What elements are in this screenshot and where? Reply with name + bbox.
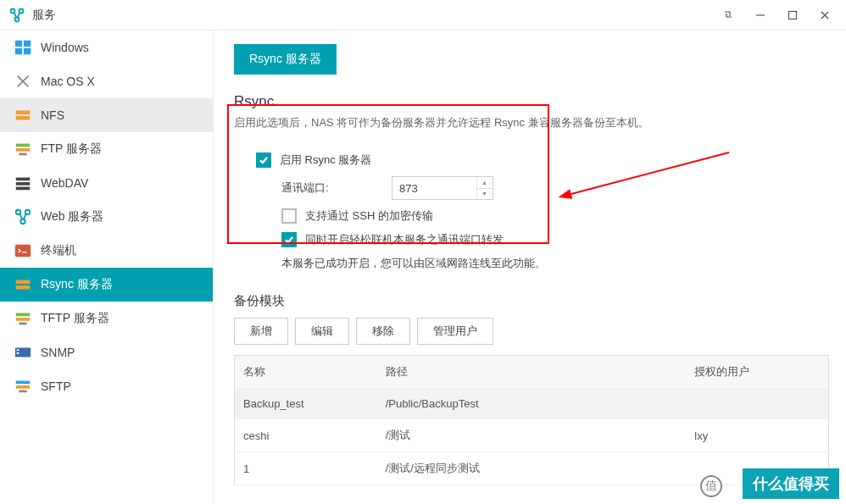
svg-rect-10 <box>24 48 31 54</box>
svg-rect-27 <box>16 313 31 317</box>
tftp-icon <box>14 309 32 328</box>
svg-rect-29 <box>19 323 26 325</box>
sidebar-item-terminal[interactable]: 终端机 <box>0 234 213 268</box>
sidebar-item-macos[interactable]: Mac OS X <box>0 64 213 98</box>
svg-rect-16 <box>16 148 31 152</box>
port-spinner-up[interactable]: ▲ <box>477 178 492 189</box>
svg-rect-32 <box>17 352 19 354</box>
sidebar-item-label: TFTP 服务器 <box>41 311 109 326</box>
col-name: 名称 <box>235 356 377 389</box>
ssh-checkbox[interactable] <box>281 208 297 224</box>
sidebar-item-label: Windows <box>41 41 89 54</box>
portfwd-label: 同时开启轻松联机本服务之通讯端口转发 <box>305 232 504 247</box>
portfwd-checkbox[interactable] <box>281 232 297 247</box>
sidebar-item-sftp[interactable]: SFTP <box>0 369 213 403</box>
svg-rect-34 <box>16 385 31 389</box>
svg-rect-17 <box>19 153 26 156</box>
sidebar-item-label: SFTP <box>41 379 71 393</box>
port-spinner: ▲ ▼ <box>476 178 492 198</box>
checkbox-row-portfwd: 同时开启轻松联机本服务之通讯端口转发 <box>244 232 829 247</box>
main-content: Rsync 服务器 Rsync 启用此选项后，NAS 将可作为备份服务器并允许远… <box>214 30 846 504</box>
checkbox-row-ssh: 支持通过 SSH 的加密传输 <box>244 208 829 224</box>
backup-module-table: 名称 路径 授权的用户 Backup_test /Public/BackupTe… <box>234 355 829 485</box>
titlebar: 服务 <box>0 0 846 30</box>
sidebar-item-label: Rsync 服务器 <box>41 277 113 292</box>
watermark-circle: 值 <box>700 475 722 497</box>
svg-rect-28 <box>16 318 31 321</box>
sidebar-item-webdav[interactable]: WebDAV <box>0 166 213 200</box>
ssh-label: 支持通过 SSH 的加密传输 <box>305 208 433 224</box>
sidebar-item-rsync[interactable]: Rsync 服务器 <box>0 268 213 302</box>
svg-rect-4 <box>789 11 797 19</box>
snmp-icon <box>14 343 32 362</box>
page-tab-rsync[interactable]: Rsync 服务器 <box>234 44 337 75</box>
ftp-icon <box>14 140 32 158</box>
minimize-button[interactable] <box>746 3 775 27</box>
port-spinner-down[interactable]: ▼ <box>477 189 492 199</box>
cell-path: /测试/远程同步测试 <box>377 452 687 485</box>
enable-rsync-checkbox[interactable] <box>256 152 271 168</box>
svg-rect-18 <box>16 178 31 181</box>
sidebar-item-label: Web 服务器 <box>41 209 103 224</box>
add-button[interactable]: 新增 <box>234 318 288 345</box>
port-value: 873 <box>399 182 418 195</box>
port-label: 通讯端口: <box>281 180 392 196</box>
col-path: 路径 <box>377 356 687 389</box>
app-icon <box>8 7 25 24</box>
web-icon <box>14 208 32 226</box>
sftp-icon <box>14 377 32 396</box>
table-row[interactable]: 1 /测试/远程同步测试 <box>235 452 829 485</box>
rsync-icon <box>14 275 32 294</box>
webdav-icon <box>14 174 32 192</box>
cell-name: 1 <box>235 452 377 485</box>
edit-button[interactable]: 编辑 <box>295 318 349 345</box>
cell-path: /测试 <box>377 419 687 452</box>
svg-point-23 <box>20 219 25 224</box>
sidebar-item-web[interactable]: Web 服务器 <box>0 200 213 234</box>
section-title-rsync: Rsync <box>234 93 829 110</box>
backup-module-title: 备份模块 <box>234 293 829 309</box>
cell-name: Backup_test <box>235 389 377 419</box>
sidebar-item-label: SNMP <box>41 346 75 359</box>
svg-rect-31 <box>17 349 19 351</box>
close-button[interactable] <box>810 3 839 27</box>
sidebar-item-tftp[interactable]: TFTP 服务器 <box>0 302 213 335</box>
svg-rect-33 <box>16 381 31 385</box>
port-row: 通讯端口: 873 ▲ ▼ <box>244 176 829 200</box>
macos-icon <box>14 72 32 91</box>
titlebar-title: 服务 <box>32 8 714 23</box>
status-text: 本服务已成功开启，您可以由区域网路连线至此功能。 <box>244 256 829 271</box>
svg-rect-24 <box>15 245 31 258</box>
svg-rect-19 <box>16 182 31 186</box>
cell-name: ceshi <box>235 419 377 452</box>
cell-user: lxy <box>686 419 828 452</box>
sidebar-item-label: Mac OS X <box>41 75 95 88</box>
table-row[interactable]: ceshi /测试 lxy <box>235 419 829 452</box>
cell-user <box>686 389 828 419</box>
port-input[interactable]: 873 ▲ ▼ <box>392 176 493 200</box>
sidebar-item-label: WebDAV <box>41 176 88 190</box>
sidebar-item-snmp[interactable]: SNMP <box>0 335 213 369</box>
sidebar-item-label: FTP 服务器 <box>41 141 102 157</box>
manage-user-button[interactable]: 管理用户 <box>417 318 493 345</box>
sidebar-item-label: NFS <box>41 108 64 122</box>
sidebar-item-ftp[interactable]: FTP 服务器 <box>0 132 213 166</box>
svg-point-2 <box>15 17 19 21</box>
windows-icon <box>14 38 32 57</box>
nfs-icon <box>14 106 32 125</box>
maximize-button[interactable] <box>778 3 807 27</box>
help-button[interactable] <box>714 3 743 27</box>
cell-path: /Public/BackupTest <box>377 389 687 419</box>
terminal-icon <box>14 241 32 260</box>
svg-rect-25 <box>16 280 31 285</box>
watermark-badge: 什么值得买 <box>743 468 839 499</box>
table-row[interactable]: Backup_test /Public/BackupTest <box>235 389 829 419</box>
sidebar-item-label: 终端机 <box>41 243 76 258</box>
sidebar-item-windows[interactable]: Windows <box>0 30 213 64</box>
remove-button[interactable]: 移除 <box>356 318 410 345</box>
svg-rect-15 <box>16 144 31 147</box>
svg-rect-20 <box>16 187 31 191</box>
sidebar-item-nfs[interactable]: NFS <box>0 98 213 132</box>
svg-rect-14 <box>16 116 31 120</box>
svg-rect-7 <box>15 41 22 47</box>
